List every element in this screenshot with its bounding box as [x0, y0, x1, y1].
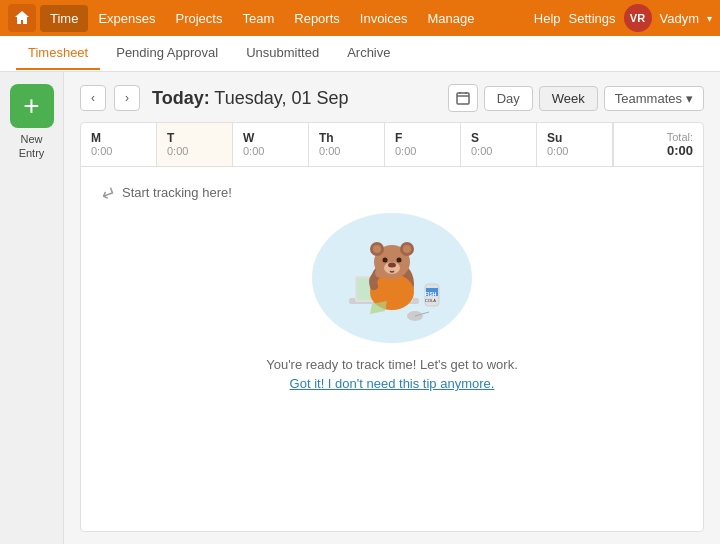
sidebar: + NewEntry [0, 72, 64, 544]
tab-unsubmitted[interactable]: Unsubmitted [234, 37, 331, 70]
svg-point-17 [396, 257, 401, 262]
next-week-button[interactable]: › [114, 85, 140, 111]
nav-invoices[interactable]: Invoices [350, 5, 418, 32]
svg-point-13 [403, 245, 411, 253]
day-wednesday: W 0:00 [233, 123, 309, 166]
day-monday: M 0:00 [81, 123, 157, 166]
svg-rect-0 [457, 93, 469, 104]
day-tuesday: T 0:00 [157, 123, 233, 166]
home-button[interactable] [8, 4, 36, 32]
tab-pending-approval[interactable]: Pending Approval [104, 37, 230, 70]
new-entry-button[interactable]: + [10, 84, 54, 128]
nav-manage[interactable]: Manage [418, 5, 485, 32]
top-navigation: Time Expenses Projects Team Reports Invo… [0, 0, 720, 36]
day-view-button[interactable]: Day [484, 86, 533, 111]
timesheet-toolbar: ‹ › Today: Tuesday, 01 Sep Day Week [80, 84, 704, 112]
svg-point-18 [375, 268, 385, 278]
nav-reports[interactable]: Reports [284, 5, 350, 32]
grid-header: M 0:00 T 0:00 W 0:00 Th 0:00 F 0:00 [81, 123, 703, 167]
tab-timesheet[interactable]: Timesheet [16, 37, 100, 70]
prev-week-button[interactable]: ‹ [80, 85, 106, 111]
teammates-button[interactable]: Teammates ▾ [604, 86, 704, 111]
day-friday: F 0:00 [385, 123, 461, 166]
bear-illustration: FISH COLA You're ready to track time! Le… [266, 213, 518, 391]
day-sunday: Su 0:00 [537, 123, 613, 166]
help-link[interactable]: Help [534, 11, 561, 26]
day-saturday: S 0:00 [461, 123, 537, 166]
day-thursday: Th 0:00 [309, 123, 385, 166]
tab-archive[interactable]: Archive [335, 37, 402, 70]
svg-point-15 [388, 262, 396, 267]
user-dropdown-arrow[interactable]: ▾ [707, 13, 712, 24]
timesheet-grid: M 0:00 T 0:00 W 0:00 Th 0:00 F 0:00 [80, 122, 704, 532]
content-area: + NewEntry ‹ › Today: Tuesday, 01 Sep [0, 72, 720, 544]
start-tracking-hint: ↵ Start tracking here! [101, 183, 232, 205]
toolbar-right: Day Week Teammates ▾ [448, 84, 704, 112]
tip-text: You're ready to track time! Let's get to… [266, 357, 518, 372]
calendar-picker-button[interactable] [448, 84, 478, 112]
svg-text:COLA: COLA [425, 298, 436, 303]
grid-total: Total: 0:00 [613, 123, 703, 166]
nav-expenses[interactable]: Expenses [88, 5, 165, 32]
nav-time[interactable]: Time [40, 5, 88, 32]
nav-team[interactable]: Team [232, 5, 284, 32]
dismiss-tip-link[interactable]: Got it! I don't need this tip anymore. [290, 376, 495, 391]
svg-point-16 [382, 257, 387, 262]
week-view-button[interactable]: Week [539, 86, 598, 111]
start-tracking-text: Start tracking here! [122, 185, 232, 200]
bear-circle: FISH COLA [312, 213, 472, 343]
svg-point-11 [373, 245, 381, 253]
nav-right-section: Help Settings VR Vadym ▾ [534, 4, 712, 32]
sub-navigation: Timesheet Pending Approval Unsubmitted A… [0, 36, 720, 72]
svg-text:FISH: FISH [425, 291, 437, 297]
current-date-label: Today: Tuesday, 01 Sep [152, 88, 348, 109]
nav-projects[interactable]: Projects [166, 5, 233, 32]
arrow-icon: ↵ [98, 181, 120, 207]
main-content: ‹ › Today: Tuesday, 01 Sep Day Week [64, 72, 720, 544]
new-entry-label: NewEntry [19, 132, 45, 161]
user-avatar[interactable]: VR [624, 4, 652, 32]
settings-link[interactable]: Settings [569, 11, 616, 26]
username-label[interactable]: Vadym [660, 11, 700, 26]
grid-body: ↵ Start tracking here! [81, 167, 703, 531]
